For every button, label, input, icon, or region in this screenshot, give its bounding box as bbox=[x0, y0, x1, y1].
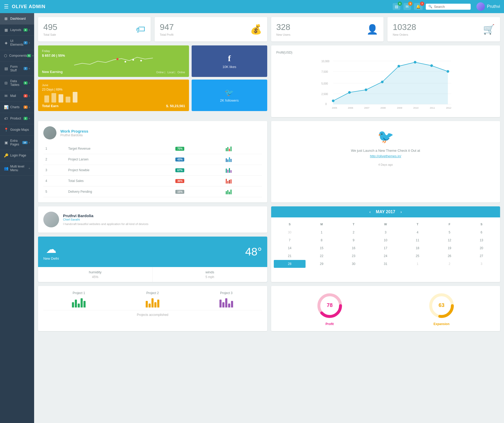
cal-day[interactable]: 31 bbox=[370, 260, 402, 268]
humidity-value: 45% bbox=[43, 275, 147, 279]
sidebar-label-google-maps: Google Maps bbox=[10, 128, 30, 132]
sidebar-item-layouts[interactable]: ▦ Layouts 4 + bbox=[0, 24, 34, 36]
total-earn-label: Total Earn bbox=[42, 104, 59, 108]
sidebar-item-login-page[interactable]: 🔑 Login Page bbox=[0, 150, 34, 161]
sidebar-item-charts[interactable]: 📊 Charts 4 + bbox=[0, 102, 34, 113]
cal-day[interactable]: 22 bbox=[306, 252, 338, 260]
weather-winds: winds 5 mph bbox=[153, 267, 267, 282]
total-earn-month: June bbox=[42, 83, 185, 87]
form-stuff-badge: 7 bbox=[24, 67, 28, 70]
sidebar-item-components[interactable]: ⬡ Components 5 + bbox=[0, 50, 34, 61]
project-1-bars bbox=[43, 297, 114, 307]
cal-day[interactable]: 18 bbox=[402, 244, 434, 252]
sidebar-item-mail[interactable]: ✉ Mail 2 + bbox=[0, 90, 34, 102]
cal-day[interactable]: 23 bbox=[338, 252, 370, 260]
cal-day[interactable]: 25 bbox=[402, 252, 434, 260]
projects-card: Project 1 Project 2 bbox=[38, 286, 267, 331]
weather-humidity: humidity 45% bbox=[38, 267, 153, 282]
table-row: 5 Delivery Pending 15% bbox=[43, 186, 262, 197]
twitter-link[interactable]: http://olivethemes.in/ bbox=[370, 154, 401, 158]
mini-bars bbox=[226, 168, 260, 173]
svg-point-2 bbox=[133, 59, 134, 61]
svg-point-3 bbox=[140, 60, 142, 61]
menu-icon[interactable]: ☰ bbox=[4, 3, 9, 10]
sidebar-item-dashboard[interactable]: ⊞ Dashboard bbox=[0, 13, 34, 24]
messages-button[interactable]: ▤ 6 bbox=[393, 3, 400, 10]
cal-day[interactable]: 4 bbox=[402, 228, 434, 236]
cal-day[interactable]: 13 bbox=[465, 236, 497, 244]
cal-day[interactable]: 9 bbox=[338, 236, 370, 244]
expansion-donut-label: Expansion bbox=[434, 322, 450, 326]
stat-label-new-orders: New Orders bbox=[393, 33, 416, 36]
calendar-prev[interactable]: ‹ bbox=[369, 210, 371, 214]
user-menu[interactable]: Pruthvi bbox=[476, 2, 500, 11]
alert-button[interactable]: 🔔 7 bbox=[414, 3, 423, 10]
ui-elements-icon: ◈ bbox=[4, 41, 8, 45]
stat-total-sale: 495 Total Sale 🏷 bbox=[38, 17, 151, 41]
cal-day[interactable]: 26 bbox=[433, 252, 465, 260]
svg-text:2008: 2008 bbox=[380, 107, 386, 109]
svg-point-24 bbox=[397, 65, 400, 67]
sidebar-item-ui-elements[interactable]: ◈ UI Elements 7 + bbox=[0, 36, 34, 50]
cal-day[interactable]: 3 bbox=[370, 228, 402, 236]
email-button[interactable]: ✉ 5 bbox=[403, 3, 411, 10]
sidebar-item-multilevel[interactable]: 👥 Multi level Menu + bbox=[0, 161, 34, 176]
mini-bars bbox=[226, 189, 260, 194]
cal-day[interactable]: 20 bbox=[465, 244, 497, 252]
cal-day[interactable]: 5 bbox=[433, 228, 465, 236]
cal-day[interactable]: 8 bbox=[306, 236, 338, 244]
profile-role: Chief-Sarathi bbox=[63, 218, 148, 221]
cal-day[interactable]: 21 bbox=[274, 252, 306, 260]
cal-day[interactable]: 2 bbox=[338, 228, 370, 236]
cal-day[interactable]: 15 bbox=[306, 244, 338, 252]
stat-new-users: 328 New Users 👤 bbox=[271, 17, 384, 41]
cal-day[interactable]: 1 bbox=[402, 260, 434, 268]
sidebar-label-ui-elements: UI Elements bbox=[10, 39, 24, 46]
cal-day[interactable]: 11 bbox=[402, 236, 434, 244]
cal-day[interactable]: 17 bbox=[370, 244, 402, 252]
calendar-grid: S M T W T F S 30 1 2 3 4 bbox=[271, 217, 500, 270]
calendar-card: ‹ MAY 2017 › S M T W T F S bbox=[271, 206, 500, 282]
stat-value-new-users: 328 bbox=[276, 22, 291, 32]
profit-chart-card: Profit(USD) 10,000 7,500 5,000 2,500 0 bbox=[271, 45, 500, 117]
project-1: Project 1 bbox=[43, 291, 114, 307]
cal-day[interactable]: 30 bbox=[338, 260, 370, 268]
money-icon: 💰 bbox=[250, 24, 262, 35]
project-2: Project 2 bbox=[117, 291, 188, 307]
cal-day[interactable]: 3 bbox=[465, 260, 497, 268]
search-input[interactable] bbox=[434, 5, 468, 9]
cal-day-active[interactable]: 28 bbox=[274, 260, 306, 268]
table-row: 1 Target Revenue 75% bbox=[43, 143, 262, 154]
sidebar-item-data-tables[interactable]: ⊟ Data Tables 5 + bbox=[0, 76, 34, 90]
cal-day[interactable]: 2 bbox=[433, 260, 465, 268]
cal-day[interactable]: 29 bbox=[306, 260, 338, 268]
cal-day[interactable]: 27 bbox=[465, 252, 497, 260]
multilevel-icon: 👥 bbox=[4, 166, 8, 170]
svg-text:10,000: 10,000 bbox=[321, 60, 329, 63]
sidebar-item-google-maps[interactable]: 📍 Google Maps bbox=[0, 124, 34, 135]
project-3-title: Project 3 bbox=[191, 291, 262, 295]
cal-day[interactable]: 6 bbox=[465, 228, 497, 236]
cal-day[interactable]: 30 bbox=[274, 228, 306, 236]
sidebar-item-product[interactable]: 🏷 Product 2 + bbox=[0, 113, 34, 124]
left-mid-section: Friday $ 657.00 | 55% New Earning bbox=[38, 45, 267, 117]
cal-day[interactable]: 14 bbox=[274, 244, 306, 252]
main-content: 495 Total Sale 🏷 947 Total Profit 💰 328 … bbox=[34, 13, 504, 423]
cal-day[interactable]: 19 bbox=[433, 244, 465, 252]
cal-day[interactable]: 7 bbox=[274, 236, 306, 244]
cal-day[interactable]: 24 bbox=[370, 252, 402, 260]
cal-day[interactable]: 12 bbox=[433, 236, 465, 244]
svg-rect-7 bbox=[66, 97, 70, 103]
email-badge: 5 bbox=[408, 2, 412, 6]
cal-day[interactable]: 16 bbox=[338, 244, 370, 252]
sidebar-item-form-stuff[interactable]: ▤ Form Stuff 7 + bbox=[0, 61, 34, 76]
sidebar-label-login: Login Page bbox=[10, 154, 30, 157]
cal-day[interactable]: 10 bbox=[370, 236, 402, 244]
svg-rect-8 bbox=[73, 92, 77, 103]
badge: 36% bbox=[175, 179, 184, 183]
cal-day[interactable]: 1 bbox=[306, 228, 338, 236]
calendar-next[interactable]: › bbox=[401, 210, 402, 214]
sidebar-label-form-stuff: Form Stuff bbox=[10, 65, 24, 72]
total-earn-value: $. 50,23,561 bbox=[166, 104, 185, 108]
sidebar-item-extra-pages[interactable]: ▣ Extra Pages 10 + bbox=[0, 135, 34, 150]
